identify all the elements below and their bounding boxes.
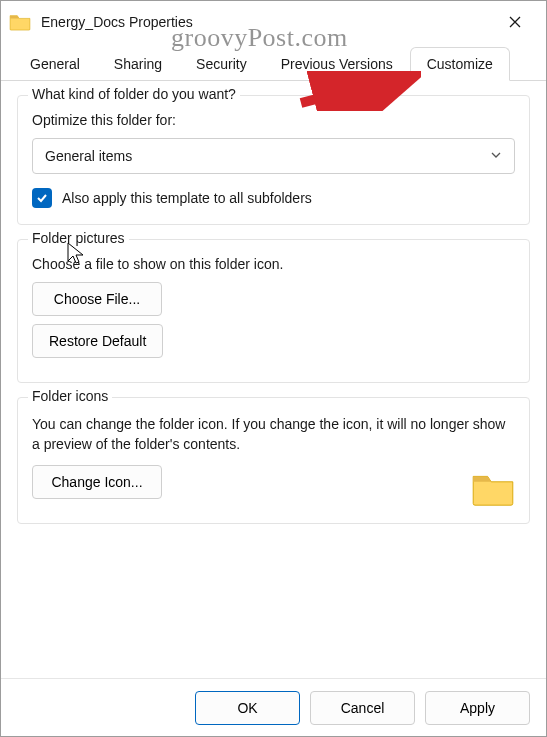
folder-icon: [9, 13, 31, 31]
check-icon: [36, 192, 48, 204]
close-button[interactable]: [492, 6, 538, 38]
group-legend: Folder icons: [28, 388, 112, 404]
optimize-label: Optimize this folder for:: [32, 112, 515, 128]
tab-label: Sharing: [114, 56, 162, 72]
group-folder-pictures: Folder pictures Choose a file to show on…: [17, 239, 530, 383]
button-label: Change Icon...: [51, 474, 142, 490]
tab-content: What kind of folder do you want? Optimiz…: [1, 81, 546, 678]
tab-label: Customize: [427, 56, 493, 72]
icons-desc: You can change the folder icon. If you c…: [32, 414, 515, 455]
button-label: Restore Default: [49, 333, 146, 349]
tab-general[interactable]: General: [13, 47, 97, 80]
button-label: Choose File...: [54, 291, 140, 307]
window-title: Energy_Docs Properties: [41, 14, 492, 30]
cancel-button[interactable]: Cancel: [310, 691, 415, 725]
tab-security[interactable]: Security: [179, 47, 264, 80]
change-icon-button[interactable]: Change Icon...: [32, 465, 162, 499]
select-value: General items: [45, 148, 132, 164]
tab-label: General: [30, 56, 80, 72]
properties-dialog: Energy_Docs Properties General Sharing S…: [0, 0, 547, 737]
optimize-select[interactable]: General items: [32, 138, 515, 174]
tab-customize[interactable]: Customize: [410, 47, 510, 81]
apply-button[interactable]: Apply: [425, 691, 530, 725]
titlebar: Energy_Docs Properties: [1, 1, 546, 43]
close-icon: [509, 16, 521, 28]
group-legend: Folder pictures: [28, 230, 129, 246]
tab-previous-versions[interactable]: Previous Versions: [264, 47, 410, 80]
subfolders-checkbox[interactable]: [32, 188, 52, 208]
subfolders-checkbox-label: Also apply this template to all subfolde…: [62, 190, 312, 206]
group-optimize: What kind of folder do you want? Optimiz…: [17, 95, 530, 225]
button-label: Cancel: [341, 700, 385, 716]
tab-label: Security: [196, 56, 247, 72]
button-label: Apply: [460, 700, 495, 716]
choose-file-button[interactable]: Choose File...: [32, 282, 162, 316]
button-label: OK: [237, 700, 257, 716]
tab-sharing[interactable]: Sharing: [97, 47, 179, 80]
group-legend: What kind of folder do you want?: [28, 86, 240, 102]
chevron-down-icon: [490, 148, 502, 164]
folder-preview-icon: [471, 471, 515, 507]
subfolders-checkbox-row: Also apply this template to all subfolde…: [32, 188, 515, 208]
ok-button[interactable]: OK: [195, 691, 300, 725]
restore-default-button[interactable]: Restore Default: [32, 324, 163, 358]
pictures-desc: Choose a file to show on this folder ico…: [32, 256, 515, 272]
group-folder-icons: Folder icons You can change the folder i…: [17, 397, 530, 524]
tab-label: Previous Versions: [281, 56, 393, 72]
dialog-footer: OK Cancel Apply: [1, 678, 546, 736]
tab-strip: General Sharing Security Previous Versio…: [1, 43, 546, 81]
